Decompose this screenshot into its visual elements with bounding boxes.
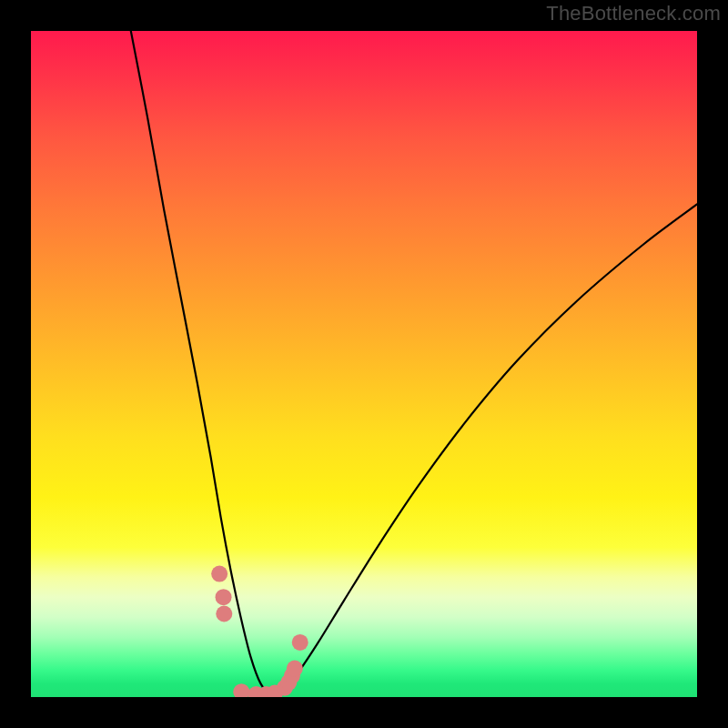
highlight-dot: [216, 606, 232, 622]
highlight-dot: [287, 661, 303, 677]
plot-area: [31, 31, 697, 697]
curve-layer: [31, 31, 697, 697]
highlight-dot: [211, 566, 228, 582]
highlight-dot: [292, 634, 308, 651]
highlight-dots: [211, 566, 308, 697]
chart-frame: TheBottleneck.com: [0, 0, 728, 728]
highlight-dot: [216, 589, 232, 605]
highlight-dot: [233, 683, 249, 697]
watermark-text: TheBottleneck.com: [546, 2, 721, 25]
